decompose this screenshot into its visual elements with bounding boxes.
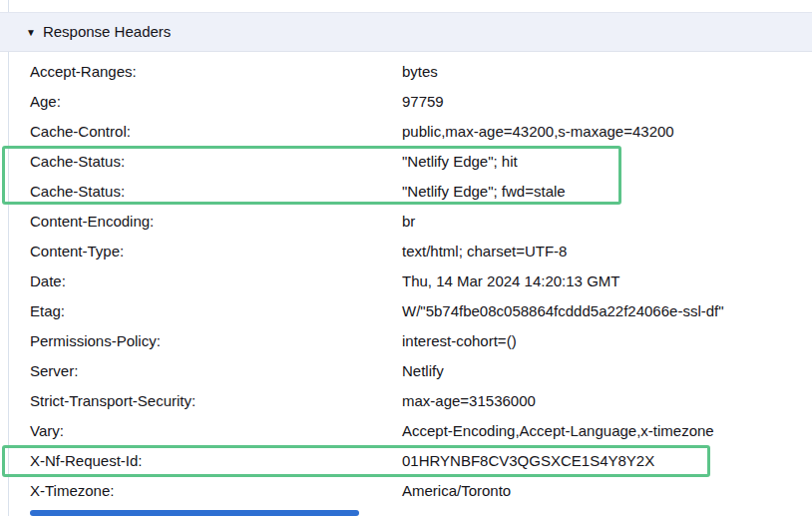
header-value: "Netlify Edge"; hit	[402, 147, 518, 177]
header-name: Accept-Ranges:	[30, 57, 402, 87]
header-row: X-Timezone:America/Toronto	[0, 476, 812, 506]
header-value: interest-cohort=()	[402, 326, 517, 356]
header-value: America/Toronto	[402, 476, 511, 506]
header-value: br	[402, 207, 415, 237]
header-name: Permissions-Policy:	[30, 326, 402, 356]
header-name: Cache-Control:	[30, 117, 402, 147]
header-value: W/"5b74fbe08c058864fcddd5a22f24066e-ssl-…	[402, 296, 724, 326]
header-row: Cache-Status:"Netlify Edge"; fwd=stale	[0, 177, 812, 207]
section-header-response-headers[interactable]: ▼Response Headers	[0, 12, 812, 52]
header-name: Strict-Transport-Security:	[30, 386, 402, 416]
header-name: Content-Type:	[30, 237, 402, 266]
header-name: X-Timezone:	[30, 476, 402, 506]
header-value: public,max-age=43200,s-maxage=43200	[402, 117, 674, 147]
header-row: Strict-Transport-Security:max-age=315360…	[0, 386, 812, 416]
header-name: Etag:	[30, 296, 402, 326]
header-row: Permissions-Policy:interest-cohort=()	[0, 326, 812, 356]
header-value: text/html; charset=UTF-8	[402, 237, 567, 266]
header-row: Cache-Control:public,max-age=43200,s-max…	[0, 117, 812, 147]
header-value: Accept-Encoding,Accept-Language,x-timezo…	[402, 416, 714, 446]
header-row: Accept-Ranges:bytes	[0, 57, 812, 87]
header-row: Vary:Accept-Encoding,Accept-Language,x-t…	[0, 416, 812, 446]
section-title: Response Headers	[43, 23, 171, 40]
header-value: max-age=31536000	[402, 386, 536, 416]
header-row: Content-Type:text/html; charset=UTF-8	[0, 237, 812, 266]
header-name: Age:	[30, 87, 402, 117]
header-name: Cache-Status:	[30, 147, 402, 177]
header-row: X-Nf-Request-Id:01HRYNBF8CV3QGSXCE1S4Y8Y…	[0, 446, 812, 476]
header-value: Netlify	[402, 356, 444, 386]
header-value: Thu, 14 Mar 2024 14:20:13 GMT	[402, 266, 619, 296]
header-name: Vary:	[30, 416, 402, 446]
header-name: Content-Encoding:	[30, 207, 402, 237]
header-row: Server:Netlify	[0, 356, 812, 386]
header-row: Cache-Status:"Netlify Edge"; hit	[0, 147, 812, 177]
header-value: "Netlify Edge"; fwd=stale	[402, 177, 566, 207]
header-name: Date:	[30, 266, 402, 296]
header-row: Date:Thu, 14 Mar 2024 14:20:13 GMT	[0, 266, 812, 296]
header-name: Cache-Status:	[30, 177, 402, 207]
header-name: X-Nf-Request-Id:	[30, 446, 402, 476]
headers-list: Accept-Ranges:bytesAge:97759Cache-Contro…	[0, 57, 812, 506]
collapse-triangle-icon: ▼	[26, 14, 36, 52]
header-row: Content-Encoding:br	[0, 207, 812, 237]
header-value: 01HRYNBF8CV3QGSXCE1S4Y8Y2X	[402, 446, 654, 476]
header-name: Server:	[30, 356, 402, 386]
header-value: 97759	[402, 87, 444, 117]
header-value: bytes	[402, 57, 438, 87]
horizontal-scrollbar-thumb[interactable]	[30, 510, 359, 516]
header-row: Age:97759	[0, 87, 812, 117]
header-row: Etag:W/"5b74fbe08c058864fcddd5a22f24066e…	[0, 296, 812, 326]
